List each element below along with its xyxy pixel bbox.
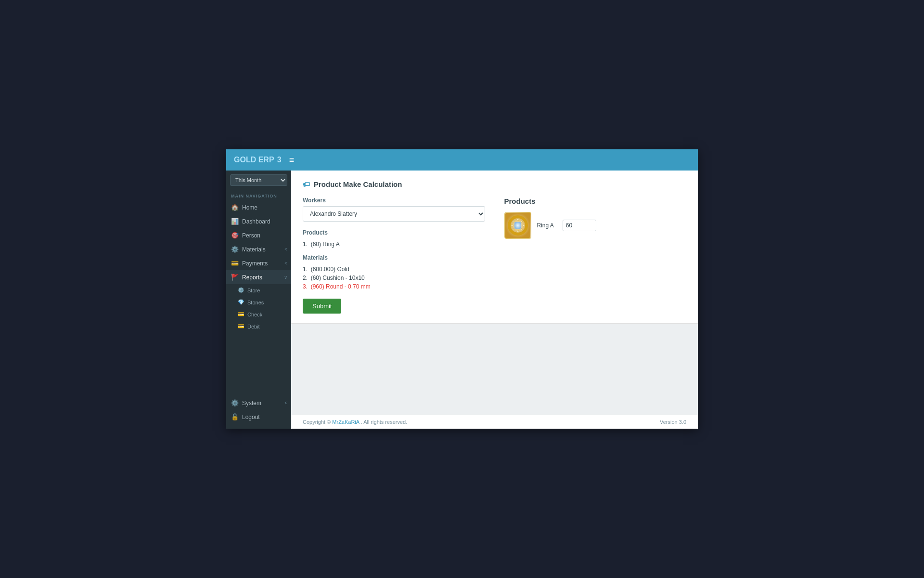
rights-text: . All rights reserved. — [361, 419, 408, 425]
check-icon: 💳 — [238, 311, 244, 317]
svg-point-3 — [511, 224, 513, 226]
sidebar-sub-item-check[interactable]: 💳 Check — [226, 308, 291, 320]
materials-list: (600.000) Gold (60) Cushion - 10x10 (960… — [303, 265, 485, 291]
form-left: Workers Alexandro Slattery Products (60)… — [303, 197, 485, 314]
reports-arrow: ∨ — [284, 275, 287, 280]
svg-point-4 — [523, 224, 525, 226]
sidebar-label-system: System — [242, 400, 261, 407]
sidebar-item-logout[interactable]: 🔓 Logout — [226, 410, 291, 424]
version-number: 3.0 — [679, 419, 686, 425]
debit-icon: 💳 — [238, 323, 244, 329]
store-icon: ⚙️ — [238, 287, 244, 293]
sidebar-sub-item-stones[interactable]: 💎 Stones — [226, 296, 291, 308]
product-list-item: (60) Ring A — [303, 240, 485, 249]
page-title: Product Make Calculation — [314, 180, 402, 188]
material-list-item-round: (960) Round - 0.70 mm — [303, 282, 485, 291]
payments-arrow: < — [284, 261, 287, 266]
panel-title: 🏷 Product Make Calculation — [303, 180, 686, 188]
sidebar-item-dashboard[interactable]: 📊 Dashboard — [226, 214, 291, 228]
svg-rect-2 — [514, 222, 521, 229]
stones-icon: 💎 — [238, 299, 244, 305]
workers-select[interactable]: Alexandro Slattery — [303, 206, 485, 222]
copyright-text: Copyright © — [303, 419, 331, 425]
sidebar-label-dashboard: Dashboard — [242, 218, 270, 225]
sidebar-sub-item-debit[interactable]: 💳 Debit — [226, 320, 291, 332]
footer-copyright: Copyright © MrZaKaRiA . All rights reser… — [303, 419, 407, 425]
period-select[interactable]: This Month Last Month This Year — [230, 174, 287, 186]
rest-content — [291, 324, 698, 415]
product-qty-input[interactable]: 60 — [563, 220, 596, 231]
sidebar-filter[interactable]: This Month Last Month This Year — [226, 171, 291, 190]
sidebar-label-debit: Debit — [247, 324, 260, 329]
logout-icon: 🔓 — [231, 413, 239, 420]
sidebar-label-check: Check — [247, 312, 262, 317]
app-container: GOLD ERP 3 ≡ This Month Last Month This … — [226, 149, 698, 429]
materials-icon: ⚙️ — [231, 246, 239, 253]
products-list: (60) Ring A — [303, 240, 485, 249]
hamburger-icon[interactable]: ≡ — [289, 155, 295, 165]
svg-point-10 — [521, 229, 522, 230]
sidebar-sub-item-store[interactable]: ⚙️ Store — [226, 284, 291, 296]
sidebar-item-home[interactable]: 🏠 Home — [226, 200, 291, 214]
sidebar-label-materials: Materials — [242, 246, 266, 253]
submit-button[interactable]: Submit — [303, 299, 341, 314]
system-icon: ⚙️ — [231, 399, 239, 407]
footer-author-link[interactable]: MrZaKaRiA — [332, 419, 359, 425]
workers-field-group: Workers Alexandro Slattery — [303, 197, 485, 222]
sidebar-label-stones: Stones — [247, 300, 264, 305]
home-icon: 🏠 — [231, 204, 239, 211]
sidebar-label-logout: Logout — [242, 414, 260, 420]
nav-section-label: MAIN NAVIGATION — [226, 190, 291, 200]
ring-image-svg — [505, 213, 530, 238]
sidebar-label-home: Home — [242, 204, 257, 211]
product-image — [504, 212, 531, 239]
form-right: Products — [504, 197, 687, 314]
svg-point-5 — [517, 219, 519, 221]
products-panel-title: Products — [504, 197, 687, 205]
material-list-item-cushion: (60) Cushion - 10x10 — [303, 274, 485, 282]
materials-arrow: < — [284, 247, 287, 252]
product-card: Ring A 60 — [504, 212, 687, 239]
title-tag-icon: 🏷 — [303, 180, 310, 188]
sidebar-label-person: Person — [242, 232, 260, 239]
brand-logo: GOLD ERP 3 — [234, 156, 282, 164]
body-row: This Month Last Month This Year MAIN NAV… — [226, 171, 698, 429]
svg-point-8 — [521, 221, 522, 223]
form-layout: Workers Alexandro Slattery Products (60)… — [303, 197, 686, 314]
sidebar-label-payments: Payments — [242, 260, 268, 267]
workers-label: Workers — [303, 197, 485, 204]
footer: Copyright © MrZaKaRiA . All rights reser… — [291, 415, 698, 429]
dashboard-icon: 📊 — [231, 218, 239, 225]
sidebar-label-store: Store — [247, 288, 260, 293]
brand-name: GOLD ERP — [234, 156, 274, 164]
person-icon: 🎯 — [231, 232, 239, 239]
products-section-label: Products — [303, 229, 485, 236]
svg-point-6 — [517, 230, 519, 232]
payments-icon: 💳 — [231, 260, 239, 267]
top-bar: GOLD ERP 3 ≡ — [226, 149, 698, 171]
product-name-label: Ring A — [537, 222, 554, 229]
svg-point-9 — [513, 229, 514, 230]
version-label: Version — [660, 419, 678, 425]
brand-number: 3 — [277, 156, 282, 164]
material-list-item-gold: (600.000) Gold — [303, 265, 485, 274]
sidebar: This Month Last Month This Year MAIN NAV… — [226, 171, 291, 429]
reports-icon: 🚩 — [231, 274, 239, 281]
sidebar-item-person[interactable]: 🎯 Person — [226, 228, 291, 242]
sidebar-item-materials[interactable]: ⚙️ Materials < — [226, 242, 291, 256]
materials-section-label: Materials — [303, 254, 485, 261]
sidebar-label-reports: Reports — [242, 274, 262, 281]
sidebar-item-payments[interactable]: 💳 Payments < — [226, 256, 291, 270]
svg-point-7 — [513, 221, 514, 223]
footer-version: Version 3.0 — [660, 419, 686, 425]
sidebar-item-reports[interactable]: 🚩 Reports ∨ — [226, 270, 291, 284]
main-content: 🏷 Product Make Calculation Workers Alexa… — [291, 171, 698, 429]
content-panel: 🏷 Product Make Calculation Workers Alexa… — [291, 171, 698, 324]
system-arrow: < — [284, 400, 287, 406]
sidebar-item-system[interactable]: ⚙️ System < — [226, 396, 291, 410]
